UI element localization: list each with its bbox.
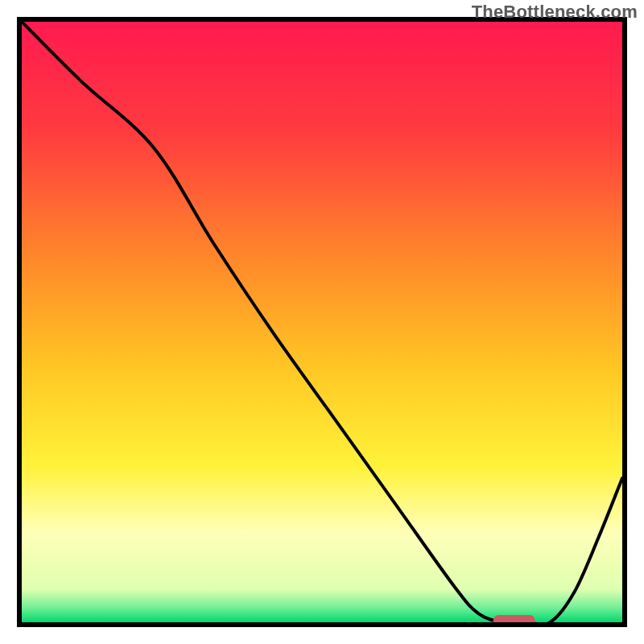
plot-area	[17, 17, 627, 627]
chart-overlay	[22, 22, 622, 622]
watermark-text: TheBottleneck.com	[472, 2, 638, 23]
bottleneck-curve	[22, 22, 622, 622]
chart-stage: TheBottleneck.com	[0, 0, 644, 644]
optimum-marker	[493, 615, 535, 622]
